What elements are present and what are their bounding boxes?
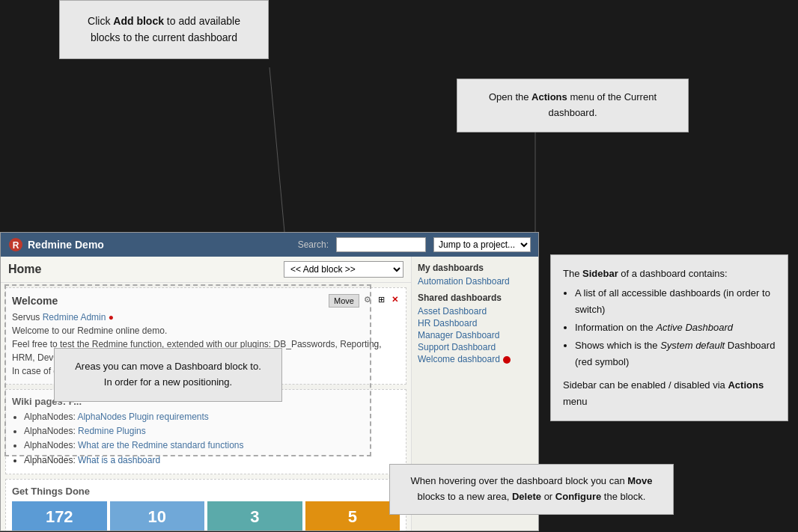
gtd-num-done[interactable]: 5 bbox=[305, 501, 400, 531]
add-block-select[interactable]: << Add block >> bbox=[284, 261, 403, 278]
tooltip-add-block: Click Add block to add available blocks … bbox=[59, 0, 269, 59]
jump-to-project-select[interactable]: Jump to a project... bbox=[433, 237, 531, 252]
home-header: Home << Add block >> bbox=[1, 257, 411, 283]
gtd-stats: 172 To Do 10 In Progress 3 To Verify 5 bbox=[12, 501, 400, 531]
block-wiki: Wiki pages: F... AlphaNodes: AlphaNodes … bbox=[5, 389, 406, 474]
sidebar-item-1: A list of all accessible dashboards (in … bbox=[575, 285, 776, 318]
sidebar-link-automation[interactable]: Automation Dashboard bbox=[418, 276, 532, 287]
welcome-block-header: Welcome Move ⚙ ⊞ ✕ bbox=[12, 294, 400, 308]
sidebar-welcome-dashboard: Welcome dashboard bbox=[418, 354, 532, 366]
sidebar-item-2: Information on the Active Dashboard bbox=[575, 319, 776, 336]
wiki-link-2[interactable]: Redmine Plugins bbox=[78, 426, 146, 436]
wiki-list: AlphaNodes: AlphaNodes Plugin requiremen… bbox=[12, 410, 400, 468]
welcome-line1: Welcome to our Redmine online demo. bbox=[12, 325, 167, 336]
wiki-link-4[interactable]: What is a dashboard bbox=[78, 455, 160, 465]
servus-text: Servus bbox=[12, 312, 40, 322]
sidebar-link-support[interactable]: Support Dashboard bbox=[418, 342, 532, 352]
app-title: Redmine Demo bbox=[28, 239, 104, 251]
move-bold: Move bbox=[627, 475, 652, 486]
sidebar-link-hr[interactable]: HR Dashboard bbox=[418, 318, 532, 328]
tooltip-hover-text: When hovering over the dashboard block y… bbox=[410, 475, 652, 502]
list-item: AlphaNodes: Redmine Plugins bbox=[24, 424, 400, 438]
search-input[interactable] bbox=[336, 237, 426, 252]
tooltip-add-block-text: Click Add block to add available blocks … bbox=[88, 15, 240, 43]
shared-dashboards-title: Shared dashboards bbox=[418, 293, 532, 303]
sidebar-link-welcome[interactable]: Welcome dashboard bbox=[418, 354, 500, 364]
dashboard-body: Welcome Move ⚙ ⊞ ✕ Servus Redmine Admin … bbox=[1, 283, 411, 531]
tooltip-move: Areas you can move a Dashboard block to.… bbox=[54, 348, 282, 402]
gtd-num-inprogress[interactable]: 10 bbox=[110, 501, 205, 531]
tooltip-move-text: Areas you can move a Dashboard block to.… bbox=[75, 361, 261, 388]
configure-bold: Configure bbox=[555, 491, 601, 502]
gtd-stat-done: 5 Done bbox=[305, 501, 400, 531]
gtd-stat-toverify: 3 To Verify bbox=[207, 501, 302, 531]
logo-icon: R bbox=[8, 237, 23, 252]
list-item: AlphaNodes: What are the Redmine standar… bbox=[24, 438, 400, 453]
sidebar-item-3: Shows which is the System default Dashbo… bbox=[575, 337, 776, 370]
default-dashboard-indicator bbox=[503, 356, 511, 364]
sidebar-my-dashboards: My dashboards Automation Dashboard bbox=[418, 263, 532, 287]
tooltip-hover: When hovering over the dashboard block y… bbox=[389, 464, 674, 515]
svg-line-0 bbox=[269, 67, 284, 232]
welcome-block-controls: Move ⚙ ⊞ ✕ bbox=[329, 294, 400, 308]
block-gtd: Get Things Done 172 To Do 10 In Progress… bbox=[5, 479, 406, 531]
wiki-link-3[interactable]: What are the Redmine standard functions bbox=[78, 440, 243, 450]
configure-icon[interactable]: ⚙ bbox=[362, 294, 373, 305]
actions-bold-2: Actions bbox=[728, 379, 764, 391]
admin-link[interactable]: Redmine Admin bbox=[43, 312, 106, 322]
tooltip-sidebar: The Sidebar of a dashboard contains: A l… bbox=[550, 254, 788, 421]
gtd-num-todo[interactable]: 172 bbox=[12, 501, 107, 531]
my-dashboards-title: My dashboards bbox=[418, 263, 532, 273]
welcome-block-title: Welcome bbox=[12, 295, 58, 307]
list-item: AlphaNodes: AlphaNodes Plugin requiremen… bbox=[24, 410, 400, 424]
sidebar-shared-dashboards: Shared dashboards Asset Dashboard HR Das… bbox=[418, 293, 532, 366]
svg-text:R: R bbox=[13, 240, 19, 251]
gtd-stat-inprogress: 10 In Progress bbox=[110, 501, 205, 531]
add-block-container: << Add block >> bbox=[284, 261, 403, 278]
admin-dot: ● bbox=[109, 312, 114, 322]
top-nav: R Redmine Demo Search: Jump to a project… bbox=[1, 233, 538, 257]
sidebar-link-asset[interactable]: Asset Dashboard bbox=[418, 306, 532, 317]
tooltip-actions: Open the Actions menu of the Current das… bbox=[457, 79, 689, 132]
gtd-num-toverify[interactable]: 3 bbox=[207, 501, 302, 531]
search-label: Search: bbox=[298, 239, 329, 250]
expand-icon[interactable]: ⊞ bbox=[376, 294, 386, 305]
page-title: Home bbox=[8, 263, 41, 276]
actions-bold: Actions bbox=[532, 91, 567, 103]
move-button[interactable]: Move bbox=[329, 294, 359, 308]
wiki-link-1[interactable]: AlphaNodes Plugin requirements bbox=[77, 412, 208, 422]
delete-icon[interactable]: ✕ bbox=[389, 294, 400, 305]
delete-bold: Delete bbox=[512, 491, 541, 502]
sidebar-link-manager[interactable]: Manager Dashboard bbox=[418, 330, 532, 340]
gtd-title: Get Things Done bbox=[12, 486, 400, 497]
gtd-stat-todo: 172 To Do bbox=[12, 501, 107, 531]
tooltip-actions-text: Open the Actions menu of the Current das… bbox=[489, 91, 657, 118]
add-block-bold: Add block bbox=[113, 15, 164, 27]
tooltip-sidebar-text: The Sidebar of a dashboard contains: A l… bbox=[563, 268, 776, 407]
list-item: AlphaNodes: What is a dashboard bbox=[24, 453, 400, 468]
app-logo: R Redmine Demo bbox=[8, 237, 104, 252]
sidebar-bold: Sidebar bbox=[582, 268, 618, 279]
